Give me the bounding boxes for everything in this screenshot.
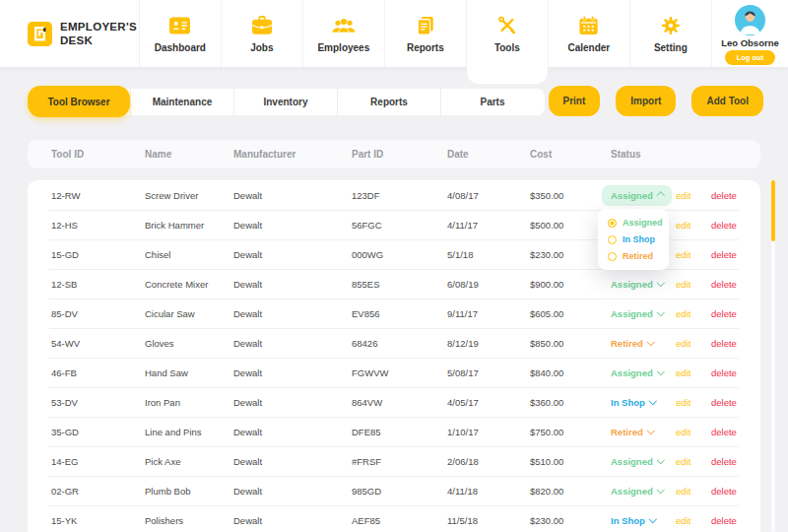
nav-item-setting[interactable]: Setting bbox=[629, 0, 711, 67]
delete-link[interactable]: delete bbox=[711, 190, 751, 201]
cell-status: In Shop bbox=[611, 397, 676, 408]
edit-link[interactable]: edit bbox=[676, 456, 711, 467]
edit-link[interactable]: edit bbox=[676, 338, 711, 349]
status-dropdown-trigger[interactable]: In Shop bbox=[611, 397, 655, 408]
delete-link[interactable]: delete bbox=[711, 338, 751, 349]
delete-link[interactable]: delete bbox=[711, 486, 751, 497]
cell-tool-id: 12-RW bbox=[51, 190, 145, 201]
status-dropdown-trigger[interactable]: Assigned bbox=[611, 486, 663, 497]
status-dropdown-trigger[interactable]: Assigned bbox=[611, 279, 663, 290]
tab-reports[interactable]: Reports bbox=[337, 89, 440, 115]
table-row: 12-SBConcrete MixerDewalt855ES6/08/19$90… bbox=[28, 269, 760, 299]
delete-link[interactable]: delete bbox=[711, 308, 751, 319]
cell-manufacturer: Dewalt bbox=[233, 338, 352, 349]
nav-item-dashboard[interactable]: Dashboard bbox=[139, 0, 221, 67]
delete-link[interactable]: delete bbox=[711, 515, 751, 526]
status-option-retired[interactable]: Retired bbox=[608, 251, 659, 261]
nav-item-reports[interactable]: Reports bbox=[384, 0, 466, 67]
edit-link[interactable]: edit bbox=[676, 367, 711, 378]
edit-link[interactable]: edit bbox=[676, 515, 711, 526]
cell-cost: $230.00 bbox=[530, 515, 611, 526]
nav-label: Jobs bbox=[250, 42, 273, 53]
nav-item-employees[interactable]: Employees bbox=[302, 0, 384, 67]
delete-link[interactable]: delete bbox=[711, 397, 751, 408]
cell-date: 1/10/17 bbox=[447, 427, 530, 437]
cell-manufacturer: Dewalt bbox=[233, 249, 352, 260]
logout-button[interactable]: Log out bbox=[725, 50, 776, 65]
cell-manufacturer: Dewalt bbox=[233, 190, 352, 201]
cell-part-id: FGWVW bbox=[352, 367, 447, 378]
calendar-icon bbox=[578, 15, 599, 35]
status-label: Assigned bbox=[611, 190, 653, 201]
status-dropdown-trigger[interactable]: Retired bbox=[611, 338, 653, 349]
chevron-down-icon bbox=[649, 397, 657, 405]
table-row: 12-RWScrew DriverDewalt123DF4/08/17$350.… bbox=[28, 180, 760, 210]
cell-part-id: 000WG bbox=[352, 249, 447, 260]
cell-part-id: DFE85 bbox=[352, 427, 447, 437]
cell-part-id: 855ES bbox=[352, 279, 447, 290]
nav-label: Employees bbox=[317, 42, 369, 53]
status-dropdown-trigger[interactable]: Assigned bbox=[602, 185, 672, 206]
print-button[interactable]: Print bbox=[549, 86, 601, 116]
cell-name: Plumb Bob bbox=[145, 486, 233, 497]
delete-link[interactable]: delete bbox=[711, 249, 751, 260]
toolbar-buttons: Print Import Add Tool bbox=[549, 86, 763, 116]
table-header: Tool ID Name Manufacturer Part ID Date C… bbox=[28, 140, 760, 168]
delete-link[interactable]: delete bbox=[711, 220, 751, 231]
delete-link[interactable]: delete bbox=[711, 427, 751, 437]
people-icon bbox=[332, 15, 356, 35]
status-dropdown-trigger[interactable]: Assigned bbox=[611, 367, 663, 378]
status-option-in-shop[interactable]: In Shop bbox=[608, 234, 659, 244]
scrollbar-thumb[interactable] bbox=[771, 180, 775, 241]
edit-link[interactable]: edit bbox=[676, 397, 711, 408]
cell-cost: $750.00 bbox=[530, 427, 611, 437]
delete-link[interactable]: delete bbox=[711, 456, 751, 467]
edit-link[interactable]: edit bbox=[676, 249, 711, 260]
status-dropdown-trigger[interactable]: In Shop bbox=[611, 515, 655, 526]
edit-link[interactable]: edit bbox=[676, 190, 711, 201]
column-header-status: Status bbox=[611, 149, 676, 160]
cell-part-id: 68426 bbox=[352, 338, 447, 349]
table-row: 54-WVGlovesDewalt684268/12/19$850.00Reti… bbox=[28, 328, 760, 358]
delete-link[interactable]: delete bbox=[711, 279, 751, 290]
chevron-down-icon bbox=[657, 367, 665, 375]
cell-name: Cicular Saw bbox=[145, 308, 233, 319]
chevron-down-icon bbox=[647, 338, 655, 346]
cell-date: 11/5/18 bbox=[447, 515, 530, 526]
tab-maintenance[interactable]: Maintenance bbox=[130, 89, 233, 115]
nav-label: Calender bbox=[567, 42, 610, 53]
cell-status: Assigned bbox=[611, 185, 676, 206]
nav-item-calender[interactable]: Calender bbox=[548, 0, 629, 67]
cell-name: Pick Axe bbox=[145, 456, 233, 467]
cell-date: 4/05/17 bbox=[447, 397, 530, 408]
status-dropdown-trigger[interactable]: Assigned bbox=[611, 308, 663, 319]
edit-link[interactable]: edit bbox=[676, 308, 711, 319]
import-button[interactable]: Import bbox=[616, 86, 676, 116]
status-option-assigned[interactable]: Assigned bbox=[608, 218, 659, 228]
cell-manufacturer: Dewalt bbox=[233, 515, 352, 526]
nav-item-jobs[interactable]: Jobs bbox=[221, 0, 302, 67]
edit-link[interactable]: edit bbox=[676, 427, 711, 437]
app-logo: EMPLOYER'S DESK bbox=[0, 0, 139, 67]
tab-parts[interactable]: Parts bbox=[440, 89, 544, 115]
user-name: Leo Obsorne bbox=[721, 37, 779, 48]
cell-date: 4/08/17 bbox=[447, 190, 530, 201]
tab-inventory[interactable]: Inventory bbox=[233, 89, 337, 115]
cell-cost: $840.00 bbox=[530, 367, 611, 378]
cell-name: Brick Hammer bbox=[145, 220, 233, 231]
status-dropdown-trigger[interactable]: Retired bbox=[611, 427, 653, 437]
add-tool-button[interactable]: Add Tool bbox=[691, 86, 763, 116]
cell-manufacturer: Dewalt bbox=[233, 456, 352, 467]
avatar[interactable] bbox=[735, 5, 765, 35]
cell-tool-id: 53-DV bbox=[51, 397, 145, 408]
cell-cost: $900.00 bbox=[530, 279, 611, 290]
edit-link[interactable]: edit bbox=[676, 486, 711, 497]
tab-tool-browser[interactable]: Tool Browser bbox=[28, 86, 130, 117]
edit-link[interactable]: edit bbox=[676, 279, 711, 290]
nav-item-tools[interactable]: Tools bbox=[466, 0, 548, 67]
nav-label: Setting bbox=[654, 42, 688, 53]
edit-link[interactable]: edit bbox=[676, 220, 711, 231]
delete-link[interactable]: delete bbox=[711, 367, 751, 378]
status-dropdown-trigger[interactable]: Assigned bbox=[611, 456, 663, 467]
cell-manufacturer: Dewalt bbox=[233, 397, 352, 408]
